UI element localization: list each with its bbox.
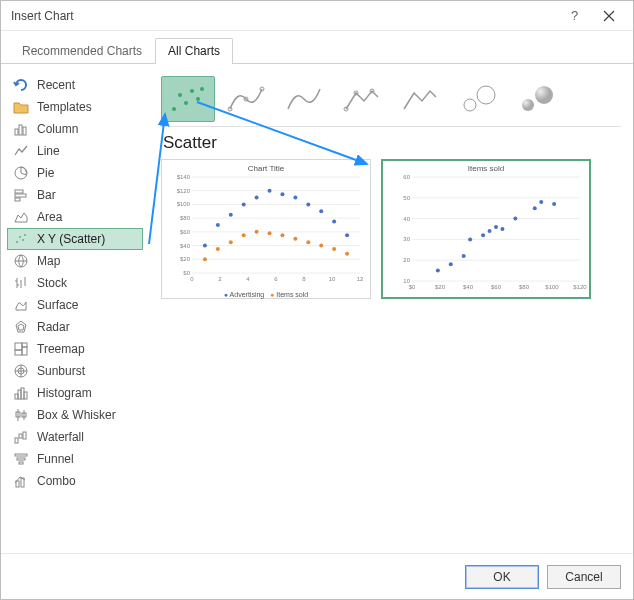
svg-rect-4 [19, 125, 22, 135]
sidebar-item-histogram[interactable]: Histogram [7, 382, 143, 404]
svg-point-10 [16, 241, 18, 243]
sidebar-item-boxwhisker[interactable]: Box & Whisker [7, 404, 143, 426]
sidebar-item-line[interactable]: Line [7, 140, 143, 162]
tab-recommended[interactable]: Recommended Charts [9, 38, 155, 64]
subtype-scatter[interactable] [161, 76, 215, 122]
sidebar-item-label: Map [37, 254, 60, 268]
preview2-plot: 102030405060$0$20$40$60$80$100$120 [388, 175, 584, 295]
svg-text:$80: $80 [519, 284, 530, 290]
svg-point-94 [319, 209, 323, 213]
sidebar-item-surface[interactable]: Surface [7, 294, 143, 316]
sidebar-item-sunburst[interactable]: Sunburst [7, 360, 143, 382]
svg-point-108 [345, 252, 349, 256]
sidebar-item-radar[interactable]: Radar [7, 316, 143, 338]
main-panel: Scatter Chart Title $0$20$40$60$80$100$1… [149, 64, 633, 552]
sidebar-item-label: X Y (Scatter) [37, 232, 105, 246]
svg-point-129 [449, 262, 453, 266]
svg-point-136 [513, 217, 517, 221]
dialog-body: Recent Templates Column Line Pie Bar Are… [1, 64, 633, 552]
sidebar-item-label: Funnel [37, 452, 74, 466]
svg-rect-38 [15, 438, 18, 443]
subtype-scatter-straight[interactable] [393, 76, 447, 122]
svg-text:50: 50 [403, 195, 410, 201]
svg-point-89 [255, 196, 259, 200]
svg-point-85 [203, 244, 207, 248]
svg-point-93 [306, 202, 310, 206]
window-title: Insert Chart [11, 9, 561, 23]
svg-rect-24 [22, 347, 27, 355]
cancel-button[interactable]: Cancel [547, 565, 621, 589]
svg-point-91 [280, 192, 284, 196]
sidebar-item-column[interactable]: Column [7, 118, 143, 140]
chart-category-sidebar: Recent Templates Column Line Pie Bar Are… [1, 64, 149, 552]
sidebar-item-label: Combo [37, 474, 76, 488]
svg-text:$20: $20 [180, 256, 191, 262]
svg-point-87 [229, 213, 233, 217]
chart-preview-2[interactable]: Items sold 102030405060$0$20$40$60$80$10… [381, 159, 591, 299]
folder-icon [13, 99, 29, 115]
sidebar-item-area[interactable]: Area [7, 206, 143, 228]
scatter-chart-icon [13, 231, 29, 247]
svg-point-92 [293, 196, 297, 200]
sidebar-item-treemap[interactable]: Treemap [7, 338, 143, 360]
subtype-bubble[interactable] [451, 76, 505, 122]
svg-point-46 [172, 107, 176, 111]
svg-rect-33 [24, 392, 27, 399]
sidebar-item-map[interactable]: Map [7, 250, 143, 272]
sidebar-item-recent[interactable]: Recent [7, 74, 143, 96]
svg-rect-5 [23, 127, 26, 135]
svg-point-96 [345, 233, 349, 237]
subtype-scatter-smooth-markers[interactable] [219, 76, 273, 122]
close-button[interactable] [593, 1, 625, 31]
sidebar-item-label: Stock [37, 276, 67, 290]
column-chart-icon [13, 121, 29, 137]
subtype-bubble-3d[interactable] [509, 76, 563, 122]
svg-point-61 [535, 86, 553, 104]
preview1-legend: ● Advertising ● Items sold [168, 291, 364, 298]
svg-text:$60: $60 [491, 284, 502, 290]
svg-text:$40: $40 [463, 284, 474, 290]
sidebar-item-label: Box & Whisker [37, 408, 116, 422]
subtype-scatter-smooth[interactable] [277, 76, 331, 122]
help-button[interactable]: ? [561, 1, 593, 31]
subtype-scatter-straight-markers[interactable] [335, 76, 389, 122]
sidebar-item-scatter[interactable]: X Y (Scatter) [7, 228, 143, 250]
svg-point-138 [539, 200, 543, 204]
sidebar-item-templates[interactable]: Templates [7, 96, 143, 118]
svg-point-132 [481, 233, 485, 237]
sidebar-item-label: Treemap [37, 342, 85, 356]
svg-text:2: 2 [218, 276, 222, 282]
svg-text:8: 8 [302, 276, 306, 282]
svg-point-51 [200, 87, 204, 91]
svg-point-135 [500, 227, 504, 231]
svg-point-102 [268, 231, 272, 235]
sidebar-item-label: Area [37, 210, 62, 224]
preview1-title: Chart Title [168, 164, 364, 173]
sidebar-item-combo[interactable]: Combo [7, 470, 143, 492]
ok-button[interactable]: OK [465, 565, 539, 589]
sidebar-item-waterfall[interactable]: Waterfall [7, 426, 143, 448]
sunburst-icon [13, 363, 29, 379]
sidebar-item-funnel[interactable]: Funnel [7, 448, 143, 470]
sidebar-item-pie[interactable]: Pie [7, 162, 143, 184]
svg-text:$140: $140 [177, 174, 191, 180]
svg-rect-22 [15, 343, 22, 350]
svg-text:$120: $120 [573, 284, 587, 290]
sidebar-item-label: Waterfall [37, 430, 84, 444]
radar-chart-icon [13, 319, 29, 335]
tab-all-charts[interactable]: All Charts [155, 38, 233, 64]
subtype-row [161, 76, 621, 122]
sidebar-item-bar[interactable]: Bar [7, 184, 143, 206]
svg-point-98 [216, 247, 220, 251]
surface-chart-icon [13, 297, 29, 313]
chart-preview-1[interactable]: Chart Title $0$20$40$60$80$100$120$14002… [161, 159, 371, 299]
svg-point-86 [216, 223, 220, 227]
svg-text:30: 30 [403, 236, 410, 242]
svg-rect-43 [19, 462, 23, 464]
pie-chart-icon [13, 165, 29, 181]
svg-rect-39 [19, 434, 22, 438]
svg-text:0: 0 [190, 276, 194, 282]
svg-text:$60: $60 [180, 229, 191, 235]
sidebar-item-stock[interactable]: Stock [7, 272, 143, 294]
svg-point-101 [255, 230, 259, 234]
